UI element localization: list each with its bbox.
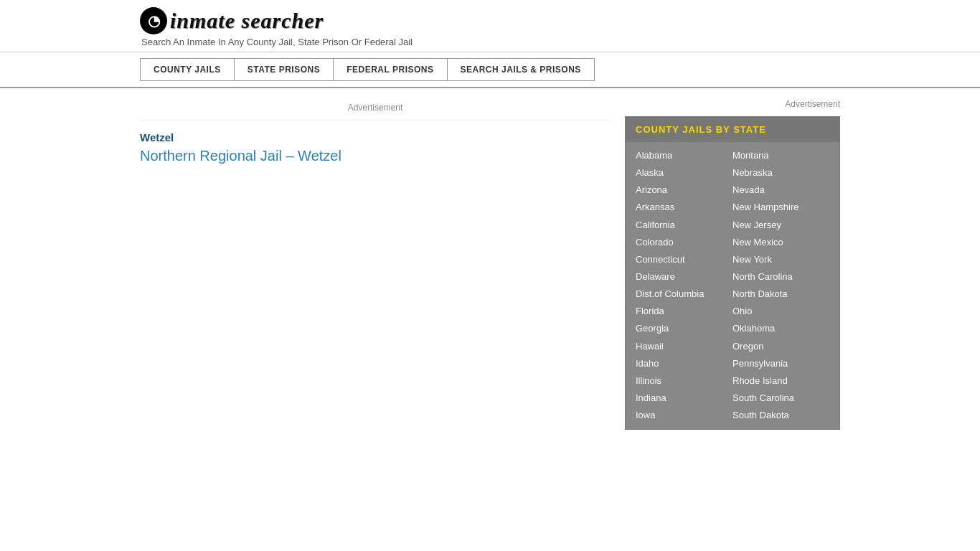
- state-link-dist.of-columbia[interactable]: Dist.of Columbia: [636, 286, 732, 302]
- state-link-nevada[interactable]: Nevada: [732, 182, 829, 198]
- logo-inmate: inmate: [170, 9, 235, 32]
- state-link-georgia[interactable]: Georgia: [636, 321, 732, 336]
- tagline: Search An Inmate In Any County Jail, Sta…: [141, 37, 840, 47]
- ad-banner-top: Advertisement: [140, 95, 611, 121]
- logo-text: inmate searcher: [170, 9, 324, 33]
- state-link-oklahoma[interactable]: Oklahoma: [732, 321, 829, 336]
- nav-bar: COUNTY JAILS STATE PRISONS FEDERAL PRISO…: [0, 52, 980, 88]
- state-link-indiana[interactable]: Indiana: [636, 390, 732, 406]
- state-link-nebraska[interactable]: Nebraska: [732, 165, 829, 181]
- state-link-ohio[interactable]: Ohio: [732, 303, 829, 319]
- state-link-north-carolina[interactable]: North Carolina: [732, 269, 829, 285]
- content-area: Advertisement Wetzel Northern Regional J…: [140, 88, 611, 430]
- state-link-california[interactable]: California: [636, 217, 732, 233]
- state-link-arizona[interactable]: Arizona: [636, 182, 732, 198]
- header: ◔ inmate searcher Search An Inmate In An…: [0, 0, 980, 52]
- logo-area: ◔ inmate searcher: [140, 7, 840, 34]
- county-name: Wetzel: [140, 131, 611, 143]
- state-link-new-jersey[interactable]: New Jersey: [732, 217, 829, 233]
- state-columns: AlabamaAlaskaArizonaArkansasCaliforniaCo…: [626, 142, 839, 429]
- state-link-colorado[interactable]: Colorado: [636, 235, 732, 250]
- state-link-new-york[interactable]: New York: [732, 252, 829, 268]
- jails-by-state-box: COUNTY JAILS BY STATE AlabamaAlaskaArizo…: [625, 116, 840, 430]
- sidebar-ad: Advertisement: [625, 95, 840, 116]
- state-link-new-hampshire[interactable]: New Hampshire: [732, 199, 829, 215]
- state-link-north-dakota[interactable]: North Dakota: [732, 286, 829, 302]
- state-col-right: MontanaNebraskaNevadaNew HampshireNew Je…: [732, 148, 829, 423]
- state-link-oregon[interactable]: Oregon: [732, 339, 829, 354]
- state-link-florida[interactable]: Florida: [636, 303, 732, 319]
- state-link-idaho[interactable]: Idaho: [636, 356, 732, 372]
- nav-state-prisons[interactable]: STATE PRISONS: [234, 58, 333, 81]
- nav-county-jails[interactable]: COUNTY JAILS: [140, 58, 234, 81]
- state-link-iowa[interactable]: Iowa: [636, 408, 732, 423]
- county-section: Wetzel Northern Regional Jail – Wetzel: [140, 131, 611, 164]
- state-link-new-mexico[interactable]: New Mexico: [732, 235, 829, 250]
- main-content: Advertisement Wetzel Northern Regional J…: [0, 88, 980, 430]
- search-logo-icon: ◔: [140, 7, 167, 34]
- nav-federal-prisons[interactable]: FEDERAL PRISONS: [333, 58, 446, 81]
- state-link-illinois[interactable]: Illinois: [636, 373, 732, 389]
- state-link-south-dakota[interactable]: South Dakota: [732, 408, 829, 423]
- state-link-montana[interactable]: Montana: [732, 148, 829, 164]
- state-col-left: AlabamaAlaskaArizonaArkansasCaliforniaCo…: [636, 148, 732, 423]
- state-link-rhode-island[interactable]: Rhode Island: [732, 373, 829, 389]
- state-link-alaska[interactable]: Alaska: [636, 165, 732, 181]
- state-link-hawaii[interactable]: Hawaii: [636, 339, 732, 354]
- state-link-delaware[interactable]: Delaware: [636, 269, 732, 285]
- state-link-south-carolina[interactable]: South Carolina: [732, 390, 829, 406]
- state-link-arkansas[interactable]: Arkansas: [636, 199, 732, 215]
- state-link-connecticut[interactable]: Connecticut: [636, 252, 732, 268]
- sidebar: Advertisement COUNTY JAILS BY STATE Alab…: [625, 88, 840, 430]
- logo-searcher: searcher: [242, 9, 324, 32]
- nav-search-jails[interactable]: SEARCH JAILS & PRISONS: [447, 58, 595, 81]
- state-link-alabama[interactable]: Alabama: [636, 148, 732, 164]
- jail-link-0[interactable]: Northern Regional Jail – Wetzel: [140, 148, 611, 164]
- state-link-pennsylvania[interactable]: Pennsylvania: [732, 356, 829, 372]
- jails-by-state-title: COUNTY JAILS BY STATE: [626, 117, 839, 142]
